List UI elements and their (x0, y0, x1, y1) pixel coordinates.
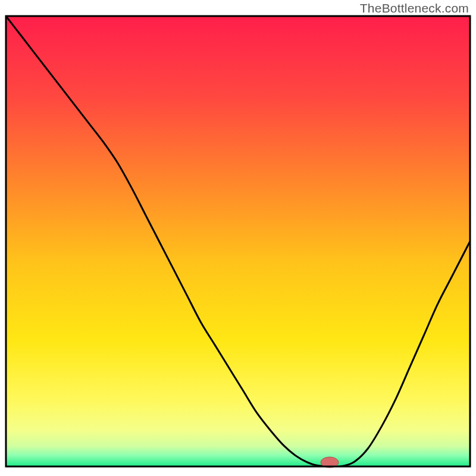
watermark-label: TheBottleneck.com (360, 1, 469, 15)
gradient-background (6, 16, 470, 466)
chart-container: { "watermark": "TheBottleneck.com", "plo… (0, 0, 476, 476)
bottleneck-chart (0, 0, 476, 476)
